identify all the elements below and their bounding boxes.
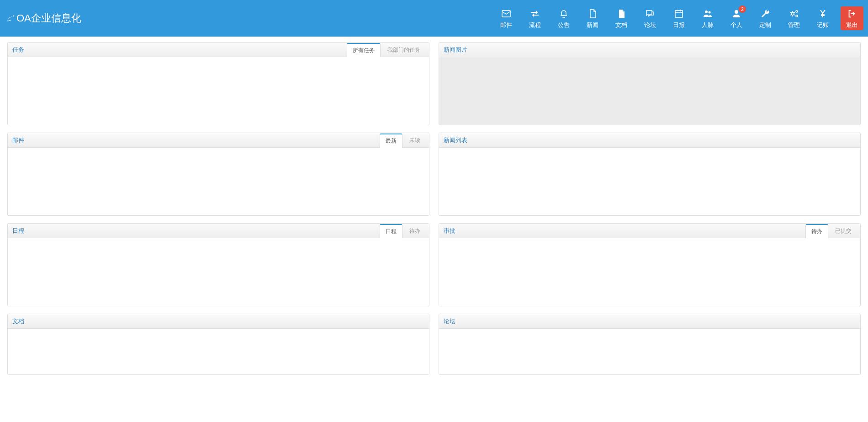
panel-title: 新闻图片	[444, 46, 467, 54]
badge: 2	[739, 5, 746, 13]
dashboard: 任务 所有任务 我部门的任务 邮件 最新 未读 日程	[0, 37, 868, 380]
nav-label: 管理	[788, 21, 800, 29]
nav-items: 邮件 流程 公告 新闻 文档 论坛 日报 人脉	[492, 0, 863, 37]
nav-daily[interactable]: 日报	[664, 0, 693, 37]
tab-todo[interactable]: 待办	[403, 224, 426, 238]
tabs: 待办 已提交	[804, 224, 857, 238]
panel-title: 审批	[444, 227, 455, 235]
tab-unread[interactable]: 未读	[403, 134, 426, 148]
nav-announce[interactable]: 公告	[549, 0, 578, 37]
navbar: OA企业信息化 邮件 流程 公告 新闻 文档 论坛 日报	[0, 0, 868, 37]
nav-label: 人脉	[702, 21, 714, 29]
panel-head: 新闻图片	[439, 43, 860, 57]
panel-head: 审批 待办 已提交	[439, 224, 860, 238]
nav-label: 定制	[759, 21, 771, 29]
tab-schedule[interactable]: 日程	[380, 224, 402, 238]
nav-contacts[interactable]: 人脉	[693, 0, 722, 37]
panel-mail: 邮件 最新 未读	[7, 133, 429, 216]
panel-title: 论坛	[444, 317, 455, 326]
panel-title: 邮件	[12, 136, 24, 144]
panel-body	[439, 148, 860, 215]
nav-label: 文档	[615, 21, 627, 29]
nav-label: 新闻	[587, 21, 598, 29]
right-column: 新闻图片 新闻列表 审批 待办 已提交 论坛	[439, 42, 861, 375]
panel-head: 文档	[8, 314, 429, 329]
exchange-icon	[529, 7, 540, 20]
panel-title: 文档	[12, 317, 24, 326]
panel-task: 任务 所有任务 我部门的任务	[7, 42, 429, 125]
panel-body	[8, 57, 429, 125]
panel-head: 新闻列表	[439, 133, 860, 148]
panel-body	[8, 148, 429, 215]
nav-label: 邮件	[500, 21, 512, 29]
calendar-icon	[673, 7, 684, 20]
tabs: 所有任务 我部门的任务	[346, 43, 426, 57]
tab-latest[interactable]: 最新	[380, 134, 402, 148]
nav-label: 流程	[529, 21, 541, 29]
nav-doc[interactable]: 文档	[607, 0, 635, 37]
panel-head: 论坛	[439, 314, 860, 329]
panel-title: 日程	[12, 227, 24, 235]
panel-body	[8, 238, 429, 306]
logout-button[interactable]: 退出	[841, 6, 863, 30]
svg-point-5	[791, 12, 794, 15]
left-column: 任务 所有任务 我部门的任务 邮件 最新 未读 日程	[7, 42, 429, 375]
tabs: 最新 未读	[379, 134, 426, 148]
panel-body	[439, 57, 860, 125]
svg-rect-0	[502, 11, 510, 17]
panel-body	[439, 238, 860, 306]
svg-point-2	[705, 11, 708, 13]
nav-news[interactable]: 新闻	[578, 0, 607, 37]
logout-label: 退出	[846, 21, 858, 29]
nav-personal[interactable]: 2 个人	[722, 0, 751, 37]
nav-manage[interactable]: 管理	[779, 0, 808, 37]
panel-schedule: 日程 日程 待办	[7, 223, 429, 306]
nav-account[interactable]: 记账	[808, 0, 837, 37]
file-icon	[616, 7, 627, 20]
bell-icon	[558, 7, 569, 20]
svg-rect-1	[675, 11, 683, 17]
panel-news-list: 新闻列表	[439, 133, 861, 216]
nav-label: 个人	[730, 21, 742, 29]
panel-head: 任务 所有任务 我部门的任务	[8, 43, 429, 57]
svg-point-7	[796, 15, 798, 17]
panel-head: 邮件 最新 未读	[8, 133, 429, 148]
tabs: 日程 待办	[379, 224, 426, 238]
tab-dept-tasks[interactable]: 我部门的任务	[381, 43, 426, 57]
panel-title: 任务	[12, 46, 24, 54]
cogs-icon	[789, 7, 799, 20]
wrench-icon	[760, 7, 771, 20]
comments-icon	[645, 7, 656, 20]
envelope-icon	[501, 7, 512, 20]
nav-label: 记账	[817, 21, 829, 29]
file-o-icon	[587, 7, 598, 20]
nav-custom[interactable]: 定制	[751, 0, 779, 37]
nav-mail[interactable]: 邮件	[492, 0, 520, 37]
panel-body	[439, 329, 860, 374]
panel-doc: 文档	[7, 314, 429, 375]
panel-head: 日程 日程 待办	[8, 224, 429, 238]
panel-approval: 审批 待办 已提交	[439, 223, 861, 306]
leaf-icon	[5, 13, 16, 23]
svg-point-4	[735, 10, 738, 14]
svg-point-3	[708, 11, 710, 14]
tab-submitted[interactable]: 已提交	[829, 224, 857, 238]
nav-label: 公告	[558, 21, 570, 29]
panel-news-image: 新闻图片	[439, 42, 861, 125]
panel-forum: 论坛	[439, 314, 861, 375]
brand-title: OA企业信息化	[16, 11, 81, 25]
panel-title: 新闻列表	[444, 136, 467, 144]
users-icon	[702, 7, 713, 20]
nav-label: 论坛	[644, 21, 656, 29]
nav-forum[interactable]: 论坛	[635, 0, 664, 37]
svg-point-6	[796, 11, 798, 12]
nav-flow[interactable]: 流程	[520, 0, 549, 37]
panel-body	[8, 329, 429, 374]
tab-pending[interactable]: 待办	[805, 224, 828, 238]
yen-icon	[817, 7, 828, 20]
signout-icon	[847, 7, 857, 20]
tab-all-tasks[interactable]: 所有任务	[347, 43, 381, 57]
brand[interactable]: OA企业信息化	[5, 11, 81, 25]
nav-label: 日报	[673, 21, 685, 29]
